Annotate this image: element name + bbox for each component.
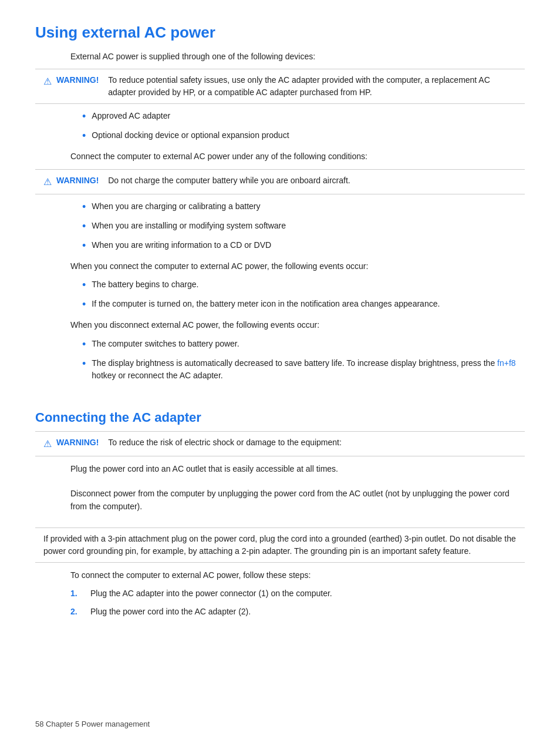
- paragraph-1: Plug the power cord into an AC outlet th…: [70, 462, 525, 475]
- bullet-icon: •: [82, 109, 86, 125]
- list-item: • When you are installing or modifying s…: [82, 220, 525, 234]
- bullet-text: When you are charging or calibrating a b…: [92, 200, 260, 213]
- footer: 58 Chapter 5 Power management: [35, 720, 150, 728]
- bullet-icon: •: [82, 219, 86, 234]
- bullet-list-3: • The battery begins to charge. • If the…: [82, 278, 525, 312]
- intro-text-4: When you disconnect external AC power, t…: [70, 318, 525, 331]
- ordered-item-1: 1. Plug the AC adapter into the power co…: [70, 587, 525, 600]
- bullet-icon: •: [82, 238, 86, 254]
- bullet-list-1: • Approved AC adapter • Optional docking…: [82, 110, 525, 144]
- ordered-list: 1. Plug the AC adapter into the power co…: [70, 587, 525, 618]
- bullet-icon: •: [82, 356, 86, 372]
- bullet-text: The display brightness is automatically …: [92, 357, 525, 382]
- list-item: • When you are writing information to a …: [82, 239, 525, 254]
- bullet-icon: •: [82, 199, 86, 215]
- bullet-list-2: • When you are charging or calibrating a…: [82, 200, 525, 254]
- warning-text-2: Do not charge the computer battery while…: [108, 174, 350, 187]
- intro-text-5: To connect the computer to external AC p…: [70, 569, 525, 582]
- warning-icon-3: ⚠: [43, 437, 52, 451]
- bullet-text: Approved AC adapter: [92, 110, 170, 122]
- warning-icon-1: ⚠: [43, 75, 52, 89]
- paragraph-3: If provided with a 3-pin attachment plug…: [43, 533, 517, 557]
- bullet-text: The battery begins to charge.: [92, 278, 198, 291]
- bullet-text: When you are installing or modifying sys…: [92, 220, 286, 232]
- bullet-text: If the computer is turned on, the batter…: [92, 298, 440, 310]
- paragraph-2: Disconnect power from the computer by un…: [70, 487, 525, 513]
- fn-f8-link[interactable]: fn+f8: [497, 358, 516, 368]
- section-title-1: Using external AC power: [35, 23, 525, 42]
- ordered-num-2: 2.: [70, 606, 82, 618]
- bullet-list-4: • The computer switches to battery power…: [82, 338, 525, 382]
- warning-label-2: WARNING!: [56, 174, 99, 187]
- bullet-text: The computer switches to battery power.: [92, 338, 239, 350]
- bullet-text: When you are writing information to a CD…: [92, 239, 271, 251]
- ordered-text-1: Plug the AC adapter into the power conne…: [90, 587, 332, 600]
- list-item: • The display brightness is automaticall…: [82, 357, 525, 382]
- warning-box-1: ⚠ WARNING! To reduce potential safety is…: [35, 69, 525, 104]
- list-item: • The computer switches to battery power…: [82, 338, 525, 352]
- ordered-item-2: 2. Plug the power cord into the AC adapt…: [70, 606, 525, 618]
- ordered-text-2: Plug the power cord into the AC adapter …: [90, 606, 251, 618]
- intro-text-2: Connect the computer to external AC powe…: [70, 150, 525, 163]
- section-title-2: Connecting the AC adapter: [35, 410, 525, 425]
- intro-text-1: External AC power is supplied through on…: [70, 50, 525, 63]
- intro-text-3: When you connect the computer to externa…: [70, 260, 525, 273]
- list-item: • When you are charging or calibrating a…: [82, 200, 525, 215]
- bullet-icon: •: [82, 297, 86, 312]
- list-item: • Approved AC adapter: [82, 110, 525, 125]
- warning-label-1: WARNING!: [56, 74, 99, 86]
- warning-box-2: ⚠ WARNING! Do not charge the computer ba…: [35, 169, 525, 194]
- bullet-icon: •: [82, 337, 86, 352]
- warning-icon-2: ⚠: [43, 175, 52, 189]
- list-item: • If the computer is turned on, the batt…: [82, 298, 525, 312]
- warning-text-1: To reduce potential safety issues, use o…: [108, 74, 517, 99]
- list-item: • The battery begins to charge.: [82, 278, 525, 293]
- warning-text-3: To reduce the risk of electric shock or …: [108, 436, 342, 449]
- warning-box-3: ⚠ WARNING! To reduce the risk of electri…: [35, 431, 525, 456]
- warning-box-4: If provided with a 3-pin attachment plug…: [35, 527, 525, 563]
- bullet-icon: •: [82, 277, 86, 293]
- bullet-text: Optional docking device or optional expa…: [92, 129, 289, 142]
- warning-label-3: WARNING!: [56, 436, 99, 449]
- bullet-icon: •: [82, 128, 86, 144]
- ordered-num-1: 1.: [70, 587, 82, 600]
- list-item: • Optional docking device or optional ex…: [82, 129, 525, 144]
